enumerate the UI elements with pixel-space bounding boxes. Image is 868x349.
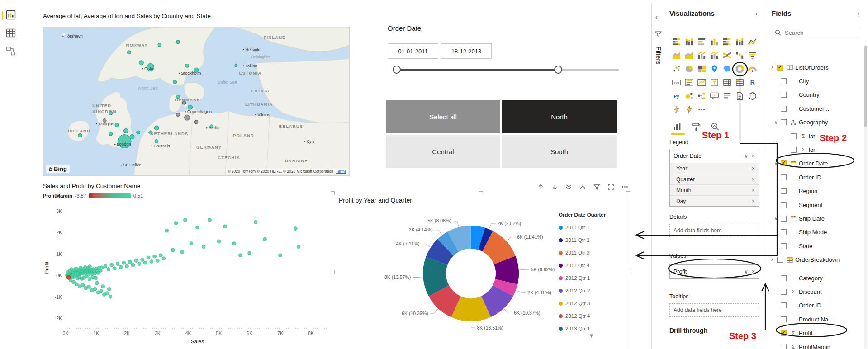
legend-item[interactable]: 2011 Qtr 3 [559, 246, 626, 259]
field-checkbox[interactable] [777, 65, 783, 71]
details-well-dropzone[interactable]: Add data fields here [669, 224, 759, 237]
field-checkbox[interactable] [781, 302, 787, 308]
field-item-customer-[interactable]: Customer ... [771, 102, 866, 115]
field-checkbox[interactable] [781, 229, 787, 235]
area-chart-icon[interactable] [670, 49, 682, 61]
filters-pane-label[interactable]: Filters [655, 47, 662, 64]
scatter-point[interactable] [171, 248, 175, 252]
tooltips-well-dropzone[interactable]: Add data fields here [669, 303, 759, 317]
python-visual-icon[interactable]: Py [670, 90, 682, 102]
map-bubble[interactable] [185, 115, 190, 120]
legend-item[interactable]: 2012 Qtr 2 [559, 284, 626, 297]
selection-handle[interactable] [626, 191, 630, 195]
scatter-point[interactable] [254, 220, 257, 224]
scatter-point[interactable] [159, 254, 162, 257]
map-bubble[interactable] [124, 129, 128, 133]
scatter-point[interactable] [116, 262, 119, 266]
legend-scroll-down-icon[interactable]: ▼ [588, 332, 594, 339]
get-more-visuals-icon[interactable] [696, 103, 707, 116]
field-checkbox[interactable] [781, 188, 787, 194]
gauge-icon[interactable] [746, 62, 758, 75]
field-item-category[interactable]: Category [771, 272, 866, 284]
field-checkbox[interactable] [781, 216, 787, 222]
map-bubble[interactable] [173, 80, 177, 84]
date-slicer-start-input[interactable]: 01-01-2011 [388, 43, 438, 59]
map-bubble[interactable] [176, 113, 180, 117]
scatter-point[interactable] [263, 237, 267, 241]
table-icon[interactable] [721, 76, 733, 89]
field-item-profitmargin[interactable]: ΣProfitMargin [771, 340, 866, 349]
selection-handle[interactable] [331, 270, 335, 274]
remove-field-icon[interactable]: × [752, 198, 755, 204]
field-checkbox[interactable] [781, 92, 787, 98]
scatter-point[interactable] [202, 245, 205, 249]
region-slicer-button-north[interactable]: North [502, 100, 617, 133]
stacked-bar-chart-icon[interactable] [670, 35, 682, 48]
map-bubble[interactable] [139, 61, 143, 65]
100-stacked-column-chart-icon[interactable] [734, 35, 745, 48]
map-icon[interactable] [708, 62, 720, 75]
scatter-point[interactable] [297, 245, 300, 249]
selection-handle[interactable] [331, 191, 335, 195]
map-terms-link[interactable]: Terms [336, 169, 346, 174]
field-checkbox[interactable] [781, 106, 787, 112]
scatter-point[interactable] [105, 292, 109, 295]
scatter-point[interactable] [183, 218, 187, 222]
scrollbar-thumb[interactable] [864, 46, 867, 127]
chevron-up-icon[interactable]: ∧ [771, 65, 777, 70]
ribbon-chart-icon[interactable] [721, 49, 733, 61]
scatter-point[interactable] [238, 254, 242, 257]
field-item-order-date[interactable]: ∨Order Date [771, 157, 866, 170]
field-item-profit[interactable]: ΣProfit [771, 327, 866, 340]
scatter-point[interactable] [104, 264, 107, 268]
scatter-point[interactable] [143, 261, 147, 264]
fields-scrollbar[interactable] [864, 45, 867, 349]
line-chart-icon[interactable] [746, 35, 758, 48]
field-checkbox[interactable] [781, 174, 787, 180]
legend-field-chip[interactable]: Order Date ∨ × [670, 149, 759, 163]
paginated-report-icon[interactable] [734, 90, 745, 102]
scatter-point[interactable] [196, 226, 199, 229]
analytics-tab[interactable] [710, 122, 721, 132]
map-bubble[interactable] [127, 51, 131, 54]
scatter-point[interactable] [279, 254, 282, 257]
r-script-visual-icon[interactable]: R [746, 76, 758, 89]
key-influencers-icon[interactable] [683, 90, 695, 102]
field-item-ship-mode[interactable]: Ship Mode [771, 226, 866, 239]
chevron-down-icon[interactable]: ∨ [774, 216, 781, 221]
chevron-down-icon[interactable]: ∨ [774, 120, 781, 125]
scatter-point[interactable] [122, 261, 126, 264]
scatter-visual[interactable]: Sales and Profit by Customer Name Profit… [43, 181, 335, 349]
scatter-point[interactable] [141, 258, 144, 262]
remove-field-icon[interactable]: × [752, 269, 755, 275]
legend-item[interactable]: 2012 Qtr 3 [559, 297, 626, 310]
donut-chart-area[interactable]: 2011 Qtr 12011 Qtr 22K (2.82%)2011 Qtr 3… [332, 193, 559, 349]
scatter-point[interactable] [109, 295, 112, 298]
stacked-area-chart-icon[interactable] [683, 49, 695, 61]
field-item-listoforders[interactable]: ∧ListOfOrders [771, 61, 862, 74]
field-checkbox[interactable] [781, 289, 787, 295]
scatter-point[interactable] [81, 283, 85, 287]
filled-map-icon[interactable] [721, 62, 733, 75]
selection-handle[interactable] [479, 191, 483, 195]
scatter-point[interactable] [87, 285, 91, 289]
legend-hierarchy-level-day[interactable]: Day× [670, 195, 759, 206]
slicer-icon[interactable] [708, 76, 720, 89]
chevron-up-icon[interactable]: ∧ [771, 257, 777, 262]
scatter-point[interactable] [208, 218, 212, 222]
waterfall-chart-icon[interactable] [734, 49, 745, 61]
more-options-icon[interactable] [621, 183, 629, 191]
field-checkbox[interactable] [781, 243, 787, 249]
scatter-point[interactable] [150, 260, 153, 264]
legend-hierarchy-level-year[interactable]: Year× [670, 163, 759, 174]
map-bubble[interactable] [137, 131, 140, 134]
map-bubble[interactable] [155, 140, 158, 143]
collapse-visualizations-icon[interactable]: › [755, 9, 758, 17]
scatter-point[interactable] [100, 266, 104, 269]
map-bubble[interactable] [194, 120, 198, 124]
selection-handle[interactable] [626, 270, 630, 274]
map-bubble[interactable] [154, 126, 159, 130]
slider-handle-end[interactable] [554, 66, 562, 74]
scatter-point[interactable] [180, 250, 184, 254]
search-input[interactable] [784, 29, 849, 37]
